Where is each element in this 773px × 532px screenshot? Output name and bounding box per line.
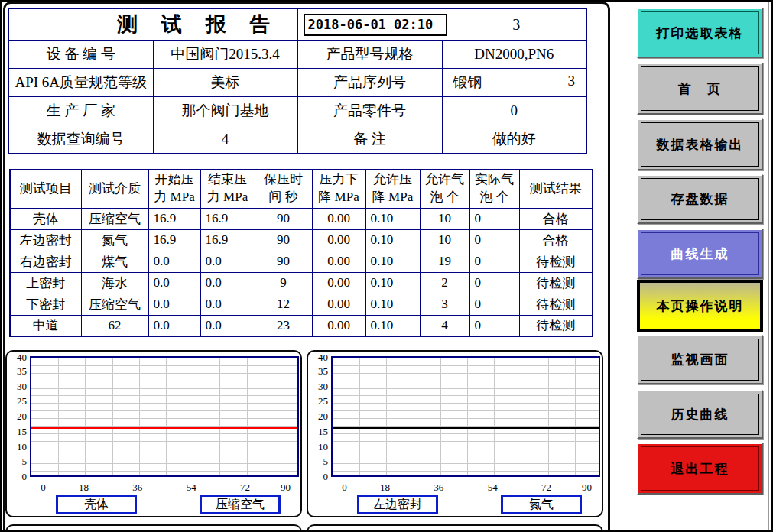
sidebar-button-label: 打印选取表格 xyxy=(641,11,759,54)
sidebar-button-page-help[interactable]: 本页操作说明 xyxy=(637,280,763,332)
x-axis-tick-label: 90 xyxy=(270,482,300,494)
gridline-vertical xyxy=(112,358,113,475)
gridline-vertical xyxy=(414,358,414,475)
x-axis-tick-label: 54 xyxy=(477,482,508,494)
test-table-cell: 90 xyxy=(255,251,312,272)
y-axis-tick-label: 10 xyxy=(308,441,328,453)
test-table-cell: 0.10 xyxy=(365,315,420,336)
x-axis-tick-label: 72 xyxy=(230,482,261,494)
test-table-cell: 0.0 xyxy=(148,251,200,272)
gridline-horizontal xyxy=(333,373,599,374)
sidebar: 打印选取表格首 页数据表格输出存盘数据曲线生成本页操作说明监视画面历史曲线退出工… xyxy=(613,2,773,532)
test-table-cell: 0.0 xyxy=(200,294,255,315)
info-label: 产品零件号 xyxy=(297,97,442,125)
x-axis-tick-label: 0 xyxy=(330,482,360,494)
y-axis-tick-label: 25 xyxy=(7,395,27,407)
trend-line xyxy=(333,427,599,429)
sidebar-button-curve-generate[interactable]: 曲线生成 xyxy=(637,229,763,279)
y-axis-tick-label: 20 xyxy=(7,410,27,422)
test-table-cell: 2 xyxy=(420,272,469,294)
y-axis-tick-label: 0 xyxy=(7,471,27,482)
gridline-horizontal xyxy=(333,388,599,389)
x-axis-tick-label: 0 xyxy=(28,482,59,494)
y-axis-tick-label: 40 xyxy=(7,352,27,363)
gridline-vertical xyxy=(494,358,495,475)
y-axis-tick-label: 35 xyxy=(308,365,328,377)
test-table-cell: 12 xyxy=(255,294,312,315)
test-table-cell: 0.0 xyxy=(148,294,200,315)
test-table-cell: 10 xyxy=(420,229,469,251)
info-value-main: 锻钢 xyxy=(453,73,482,92)
hmi-screen: 测 试 报 告 2018-06-01 02:10 3 设 备 编 号 中国阀门2… xyxy=(0,0,773,532)
sidebar-button-exit-project[interactable]: 退出工程 xyxy=(637,443,763,495)
x-axis-tick-label: 72 xyxy=(531,482,562,494)
test-table-cell: 0 xyxy=(469,294,519,315)
test-table-cell: 合格 xyxy=(519,208,593,229)
gridline-horizontal xyxy=(333,418,599,419)
y-axis-tick-label: 15 xyxy=(308,426,328,437)
sidebar-button-label: 首 页 xyxy=(641,66,759,111)
report-number: 3 xyxy=(447,16,586,34)
gridline-horizontal xyxy=(333,403,599,404)
sidebar-button-data-table-output[interactable]: 数据表格输出 xyxy=(637,118,763,170)
info-label: 生 产 厂 家 xyxy=(8,97,153,125)
test-table-cell: 压缩空气 xyxy=(81,294,148,315)
test-table-cell: 0.00 xyxy=(312,229,365,251)
test-table-cell: 62 xyxy=(81,315,148,336)
sidebar-button-monitor-screen[interactable]: 监视画面 xyxy=(637,335,763,384)
test-table-cell: 0.0 xyxy=(148,315,200,336)
test-table-cell: 4 xyxy=(420,315,469,336)
test-table-cell: 待检测 xyxy=(519,294,593,315)
sidebar-button-print-select-table[interactable]: 打印选取表格 xyxy=(637,8,763,58)
test-table-cell: 0 xyxy=(469,315,519,336)
gridline-horizontal xyxy=(333,410,599,411)
sidebar-button-home[interactable]: 首 页 xyxy=(637,63,763,115)
sidebar-button-label: 监视画面 xyxy=(641,339,759,381)
test-table-cell: 0.10 xyxy=(365,272,420,294)
gridline-vertical xyxy=(467,358,468,475)
gridline-horizontal xyxy=(333,365,599,366)
table-row: 壳体压缩空气16.916.9900.000.10100合格 xyxy=(10,208,593,229)
test-table-cell: 0.00 xyxy=(312,272,365,294)
info-value-extra: 3 xyxy=(568,73,576,92)
test-table-cell: 下密封 xyxy=(10,294,81,315)
sidebar-button-history-curve[interactable]: 历史曲线 xyxy=(637,390,763,439)
gridline-vertical xyxy=(548,358,549,475)
test-table-cell: 90 xyxy=(255,229,312,251)
chart-medium-label: 压缩空气 xyxy=(200,495,281,514)
y-axis-tick-label: 0 xyxy=(308,471,328,482)
sidebar-button-label: 数据表格输出 xyxy=(641,122,759,167)
test-table-cell: 左边密封 xyxy=(10,229,81,251)
table-row: 右边密封煤气0.00.0900.000.10190待检测 xyxy=(10,251,593,272)
test-table-cell: 煤气 xyxy=(81,251,148,272)
trend-line xyxy=(31,427,297,429)
test-table-cell: 压缩空气 xyxy=(81,208,148,229)
x-axis-tick-label: 36 xyxy=(424,482,454,494)
plot-area xyxy=(331,356,600,477)
test-table-cell: 0.10 xyxy=(365,251,420,272)
gridline-horizontal xyxy=(333,456,599,456)
test-table-cell: 9 xyxy=(255,272,312,294)
info-value: 中国阀门2015.3.4 xyxy=(153,41,297,69)
test-table-cell: 0.00 xyxy=(312,208,365,229)
gridline-horizontal xyxy=(31,365,297,366)
gridline-horizontal xyxy=(333,449,599,449)
gridline-vertical xyxy=(440,358,441,475)
info-label: 产品型号规格 xyxy=(297,41,442,69)
chart-medium-label: 氮气 xyxy=(501,495,582,514)
test-table-cell: 右边密封 xyxy=(10,251,81,272)
y-axis-tick-label: 20 xyxy=(308,410,328,422)
info-value: DN2000,PN6 xyxy=(442,41,586,69)
y-axis-tick-label: 5 xyxy=(308,456,328,467)
gridline-horizontal xyxy=(31,449,297,449)
gridline-horizontal xyxy=(31,441,297,442)
window-edge-line xyxy=(768,2,769,532)
sidebar-button-save-data[interactable]: 存盘数据 xyxy=(637,174,763,224)
chart-container-partial xyxy=(307,524,603,532)
test-table-cell: 16.9 xyxy=(148,229,200,251)
table-row: 左边密封氮气16.916.9900.000.10100合格 xyxy=(10,229,593,251)
datetime-field[interactable]: 2018-06-01 02:10 xyxy=(304,14,447,36)
y-axis-tick-label: 25 xyxy=(308,395,328,407)
gridline-horizontal xyxy=(31,433,297,434)
x-axis-tick-label: 54 xyxy=(176,482,206,494)
